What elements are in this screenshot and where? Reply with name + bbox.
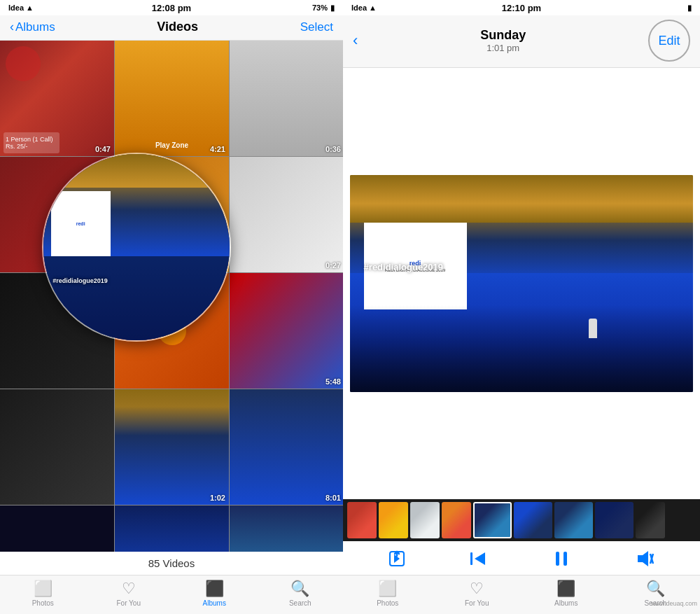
albums-icon-right: ⬛ [556,580,575,598]
svg-marker-2 [475,552,485,565]
photo-audience [350,305,693,392]
tab-search-label-left: Search [289,599,312,607]
wifi-icon-right: ▲ [369,4,377,12]
photos-icon-left: ⬜ [34,580,52,598]
battery-icon-left: ▮ [330,4,335,13]
grid-cell-5-2[interactable] [115,505,229,552]
battery-icon-right: ▮ [687,4,692,13]
duration-4-3: 8:01 [326,494,341,502]
photos-icon-right: ⬜ [378,580,397,598]
wifi-icon-left: ▲ [26,4,34,12]
duration-4-2: 1:02 [210,494,225,502]
photo-speaker-figure [589,319,597,338]
photo-hashtag: #redidialogue2019 [364,262,443,272]
back-button-right[interactable]: ‹ [353,32,358,50]
grid-cell-1-3[interactable]: 0:36 [230,41,343,156]
tab-foryou-label-left: For You [117,599,141,607]
tab-photos-right[interactable]: ⬜ Photos [343,580,433,607]
search-icon-left: 🔍 [290,580,309,598]
battery-area-left: 73% ▮ [312,4,335,13]
main-photo[interactable]: redi REDI DIGITAL DIALOGUE 2019 #redidia… [350,175,693,392]
svg-rect-4 [564,552,567,566]
duration-3-3: 5:48 [326,377,341,386]
tab-photos-label-left: Photos [32,599,54,607]
duration-1-2: 4:21 [210,145,225,153]
film-thumb-8[interactable] [595,502,634,538]
nav-bar-left: ‹ Albums Videos Select [0,15,343,41]
tab-foryou-right[interactable]: ♡ For You [433,580,522,607]
time-right: 12:10 pm [502,3,541,13]
grid-cell-2-3[interactable]: 0:27 [230,157,343,272]
magnifier-overlay: redi #redidialogue2019 [42,153,231,342]
nav-title-left: Videos [157,20,198,34]
back-chevron-left: ‹ [10,20,14,34]
tab-photos-left[interactable]: ⬜ Photos [0,580,86,607]
grid-cell-5-1[interactable] [0,505,114,552]
playback-controls [343,541,700,575]
edit-button-wrapper[interactable]: Edit [648,20,690,62]
tab-bar-left: ⬜ Photos ♡ For You ⬛ Albums 🔍 Search [0,575,343,614]
nav-title-right: Sunday 1:01 pm [480,28,526,53]
video-count: 85 Videos [148,557,195,569]
foryou-icon-right: ♡ [470,580,484,598]
film-thumb-5-selected[interactable] [473,502,512,538]
battery-percent-left: 73% [312,4,328,12]
duration-1-3: 0:36 [326,145,341,153]
film-thumb-7[interactable] [554,502,593,538]
mute-button[interactable] [634,548,655,569]
grid-cell-3-3[interactable]: 5:48 [230,273,343,389]
film-thumb-4[interactable] [442,502,471,538]
tab-foryou-left[interactable]: ♡ For You [86,580,172,607]
signal-left: Idea ▲ [8,4,34,12]
carrier-left: Idea [8,4,24,12]
grid-cell-5-3[interactable]: 3:35 [230,505,343,552]
pause-button[interactable] [551,548,572,569]
status-bar-right: Idea ▲ 12:10 pm ▮ [343,0,700,15]
film-thumb-3[interactable] [410,502,440,538]
tab-foryou-label-right: For You [465,599,489,607]
count-bar: 85 Videos [0,552,343,575]
back-button-left[interactable]: ‹ Albums [10,20,55,34]
film-thumb-9[interactable] [636,502,665,538]
select-button-left[interactable]: Select [300,20,333,34]
grid-cell-1-2[interactable]: Play Zone 4:21 [115,41,229,156]
foryou-icon-left: ♡ [122,580,136,598]
skip-back-button[interactable] [468,548,489,569]
nav-date: Sunday [480,28,526,43]
nav-bar-right: ‹ Sunday 1:01 pm Edit [343,15,700,68]
film-thumb-6[interactable] [514,502,552,538]
nav-time-sub: 1:01 pm [480,43,526,53]
grid-cell-1-1[interactable]: 1 Person (1 Call)Rs. 25/- 0:47 [0,41,114,156]
battery-area-right: ▮ [687,4,692,13]
grid-cell-4-3[interactable]: 8:01 [230,389,343,505]
tab-search-left[interactable]: 🔍 Search [258,580,344,607]
photo-ceiling [350,175,693,223]
film-strip [343,499,700,541]
back-label-left[interactable]: Albums [15,20,55,34]
photo-viewer[interactable]: redi REDI DIGITAL DIALOGUE 2019 #redidia… [343,68,700,499]
tab-albums-left[interactable]: ⬛ Albums [172,580,258,607]
watermark: www.deuaq.com [651,600,697,607]
svg-rect-3 [556,552,559,566]
left-panel: Idea ▲ 12:08 pm 73% ▮ ‹ Albums Videos Se… [0,0,343,614]
time-left: 12:08 pm [152,3,191,13]
right-panel: Idea ▲ 12:10 pm ▮ ‹ Sunday 1:01 pm Edit … [343,0,700,614]
grid-row-4: 1:02 8:01 [0,389,343,505]
tab-albums-label-left: Albums [203,599,226,607]
edit-button[interactable]: Edit [658,34,680,48]
film-thumb-2[interactable] [379,502,408,538]
status-bar-left: Idea ▲ 12:08 pm 73% ▮ [0,0,343,15]
grid-row-5: 3:35 [0,505,343,552]
duration-2-3: 0:27 [326,261,341,270]
tab-albums-right[interactable]: ⬛ Albums [522,580,611,607]
grid-cell-4-1[interactable] [0,389,114,505]
search-icon-right: 🔍 [646,580,665,598]
share-button[interactable] [388,550,405,567]
grid-cell-4-2[interactable]: 1:02 [115,389,229,505]
svg-marker-5 [638,551,648,566]
grid-row-1: 1 Person (1 Call)Rs. 25/- 0:47 Play Zone… [0,41,343,156]
albums-icon-left: ⬛ [205,580,224,598]
tab-bar-right: ⬜ Photos ♡ For You ⬛ Albums 🔍 Search [343,575,700,614]
video-grid: 1 Person (1 Call)Rs. 25/- 0:47 Play Zone… [0,41,343,552]
film-thumb-1[interactable] [347,502,377,538]
